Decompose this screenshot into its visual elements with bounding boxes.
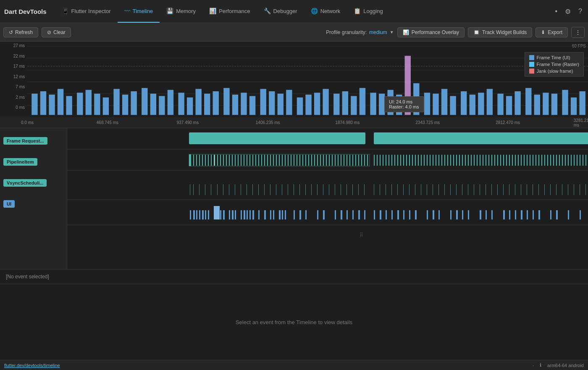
- logging-icon: 📋: [354, 8, 361, 14]
- svg-rect-129: [358, 155, 359, 166]
- svg-rect-103: [282, 155, 283, 166]
- svg-rect-315: [391, 210, 393, 219]
- help-button[interactable]: ?: [577, 6, 584, 17]
- tab-memory[interactable]: 💾 Memory: [160, 0, 202, 23]
- svg-rect-8: [40, 91, 46, 115]
- clear-button[interactable]: ⊘ Clear: [42, 27, 71, 37]
- svg-rect-19: [142, 88, 147, 115]
- svg-rect-180: [512, 155, 513, 166]
- svg-rect-130: [361, 155, 362, 166]
- settings-button[interactable]: ⚙: [563, 6, 572, 17]
- svg-rect-242: [403, 184, 404, 195]
- svg-rect-41: [342, 91, 348, 115]
- top-nav: Dart DevTools 📱 Flutter Inspector 〰 Time…: [0, 0, 588, 23]
- svg-rect-145: [409, 155, 410, 166]
- refresh-button[interactable]: ↺ Refresh: [3, 27, 38, 37]
- tab-timeline[interactable]: 〰 Timeline: [118, 0, 160, 23]
- svg-rect-122: [338, 155, 339, 166]
- svg-rect-53: [450, 96, 456, 115]
- profile-dropdown-arrow[interactable]: ▼: [390, 30, 394, 34]
- svg-rect-253: [468, 184, 468, 195]
- svg-rect-166: [471, 155, 472, 166]
- devtools-link[interactable]: flutter.dev/devtools/timeline: [4, 363, 60, 368]
- svg-rect-60: [514, 91, 520, 115]
- svg-rect-307: [341, 210, 342, 219]
- svg-rect-283: [220, 210, 221, 219]
- svg-rect-172: [488, 155, 489, 166]
- svg-rect-87: [235, 155, 236, 166]
- svg-rect-215: [241, 184, 241, 195]
- svg-rect-207: [193, 184, 194, 195]
- svg-rect-318: [409, 210, 410, 219]
- svg-rect-206: [190, 184, 190, 195]
- export-icon: ⬇: [541, 29, 545, 35]
- tab-debugger[interactable]: 🔧 Debugger: [257, 0, 304, 23]
- svg-rect-252: [462, 184, 462, 195]
- app-title: Dart DevTools: [4, 8, 47, 15]
- tab-performance[interactable]: 📊 Performance: [202, 0, 257, 23]
- time-axis-inner: 0.0 ms 468.745 ms 937.490 ms 1406.235 ms…: [27, 117, 588, 128]
- svg-rect-182: [518, 155, 519, 166]
- export-button[interactable]: ⬇ Export: [536, 27, 568, 37]
- svg-rect-198: [565, 155, 566, 166]
- svg-rect-228: [317, 184, 318, 195]
- track-canvas: ⠿: [67, 128, 588, 269]
- svg-rect-249: [444, 184, 445, 195]
- track-widget-builds-button[interactable]: 🔲 Track Widget Builds: [468, 27, 532, 37]
- svg-rect-285: [229, 210, 230, 219]
- performance-overlay-button[interactable]: 📊 Performance Overlay: [397, 27, 465, 37]
- svg-rect-274: [190, 210, 191, 219]
- svg-rect-140: [394, 155, 395, 166]
- svg-rect-138: [388, 155, 389, 166]
- more-button[interactable]: ⋮: [571, 27, 585, 38]
- svg-rect-300: [214, 206, 220, 219]
- svg-rect-151: [427, 155, 428, 166]
- svg-rect-59: [506, 96, 512, 115]
- svg-rect-147: [415, 155, 416, 166]
- svg-rect-305: [323, 210, 325, 219]
- svg-rect-278: [202, 210, 204, 219]
- svg-rect-72: [190, 155, 191, 166]
- svg-rect-301: [294, 210, 295, 219]
- svg-rect-317: [403, 210, 404, 219]
- svg-rect-90: [244, 155, 244, 166]
- svg-rect-197: [562, 155, 563, 166]
- svg-rect-105: [288, 155, 289, 166]
- svg-rect-51: [433, 94, 438, 115]
- svg-rect-62: [534, 95, 540, 115]
- legend-jank-label: Jank (slow frame): [537, 69, 573, 74]
- svg-rect-15: [103, 98, 109, 115]
- svg-rect-268: [556, 184, 556, 195]
- svg-rect-169: [480, 155, 480, 166]
- track-labels: Frame Request... PipelineItem VsyncSched…: [0, 128, 67, 269]
- svg-rect-110: [302, 155, 303, 166]
- svg-rect-293: [258, 210, 260, 219]
- svg-rect-192: [547, 155, 548, 166]
- svg-rect-247: [433, 184, 433, 195]
- svg-rect-45: [379, 94, 385, 115]
- nav-right: • ⚙ ?: [553, 6, 584, 17]
- y-label-27: 27 ms: [2, 43, 25, 48]
- svg-rect-58: [497, 94, 503, 115]
- svg-rect-238: [380, 184, 380, 195]
- svg-rect-101: [276, 155, 277, 166]
- svg-rect-230: [329, 184, 329, 195]
- svg-rect-10: [58, 89, 63, 115]
- svg-rect-49: [413, 83, 419, 115]
- vsync-chip: VsyncScheduli...: [3, 179, 47, 187]
- svg-rect-308: [346, 210, 348, 219]
- svg-rect-128: [355, 155, 356, 166]
- svg-rect-297: [279, 210, 281, 219]
- svg-rect-67: [579, 91, 585, 115]
- svg-rect-154: [436, 155, 436, 166]
- svg-rect-33: [269, 91, 275, 115]
- tab-flutter-inspector[interactable]: 📱 Flutter Inspector: [55, 0, 118, 23]
- svg-rect-142: [400, 155, 401, 166]
- svg-rect-196: [559, 155, 560, 166]
- tab-logging[interactable]: 📋 Logging: [347, 0, 389, 23]
- tab-network[interactable]: 🌐 Network: [304, 0, 347, 23]
- svg-rect-276: [196, 210, 197, 219]
- svg-rect-190: [541, 155, 542, 166]
- chart-y-axis: 27 ms 22 ms 17 ms 12 ms 7 ms 2 ms 0 ms: [0, 42, 27, 117]
- ellipsis-button[interactable]: •: [553, 6, 559, 17]
